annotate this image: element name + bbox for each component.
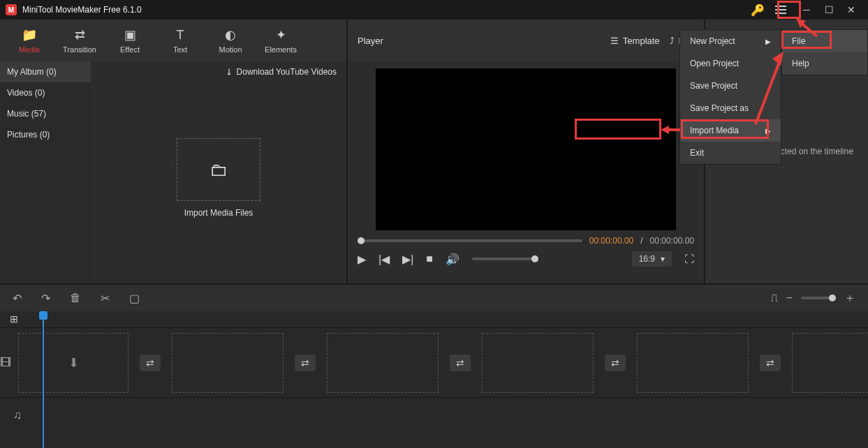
menu-file[interactable]: File — [782, 30, 867, 52]
play-button[interactable]: ▶ — [358, 253, 366, 266]
cloud-download-icon: ⤓ — [226, 67, 233, 77]
chevron-right-icon: ▶ — [765, 38, 771, 45]
menu-help[interactable]: Help — [782, 52, 867, 75]
chevron-right-icon: ▶ — [765, 127, 771, 135]
clip-slot[interactable]: ⬇ — [18, 333, 128, 393]
tab-text-label: Text — [173, 45, 187, 54]
text-icon: T — [177, 28, 184, 43]
volume-slider[interactable] — [472, 257, 535, 260]
menu-exit[interactable]: Exit — [680, 142, 781, 164]
crop-button[interactable]: ▢ — [129, 292, 140, 305]
clip-slot[interactable] — [637, 333, 749, 393]
seek-bar[interactable] — [358, 239, 582, 242]
zoom-thumb[interactable] — [829, 294, 836, 301]
maximize-button[interactable]: ☐ — [818, 0, 840, 20]
zoom-slider[interactable] — [801, 297, 836, 299]
title-bar: M MiniTool MovieMaker Free 6.1.0 🔑 ─ ☐ ✕ — [0, 0, 868, 20]
app-title: MiniTool MovieMaker Free 6.1.0 — [22, 5, 751, 15]
download-youtube-button[interactable]: ⤓ Download YouTube Videos — [91, 61, 346, 82]
menu-exit-label: Exit — [690, 148, 704, 158]
stop-button[interactable]: ■ — [426, 253, 433, 265]
zoom-in-button[interactable]: ＋ — [844, 291, 855, 306]
redo-button[interactable]: ↷ — [41, 292, 50, 305]
template-label: Template — [623, 36, 660, 46]
main-menu: New Project ▶ Open Project Save Project … — [679, 29, 781, 165]
prev-frame-button[interactable]: |◀ — [378, 253, 390, 266]
clip-slot[interactable] — [482, 333, 594, 393]
playhead-line — [43, 320, 44, 448]
audio-track: ♫ — [0, 398, 868, 433]
transition-slot[interactable]: ⇄ — [760, 354, 781, 371]
album-music[interactable]: Music (57) — [0, 103, 91, 124]
transition-slot[interactable]: ⇄ — [605, 354, 626, 371]
tab-elements[interactable]: ✦ Elements — [256, 27, 306, 54]
split-button[interactable]: ✂ — [101, 292, 110, 305]
close-button[interactable]: ✕ — [840, 0, 862, 20]
delete-button[interactable]: 🗑 — [70, 292, 81, 304]
tab-motion[interactable]: ◐ Motion — [205, 27, 256, 54]
transition-icon: ⇄ — [75, 27, 85, 43]
current-time: 00:00:00.00 — [589, 236, 633, 246]
template-icon: ☰ — [610, 36, 619, 46]
asset-tabs: 📁 Media ⇄ Transition ▣ Effect T Text ◐ M… — [0, 20, 346, 61]
download-youtube-label: Download YouTube Videos — [237, 67, 337, 77]
duration: 00:00:00.00 — [650, 236, 694, 246]
import-media-dropzone[interactable]: 🗀 — [177, 138, 260, 201]
undo-button[interactable]: ↶ — [13, 292, 22, 305]
volume-icon[interactable]: 🔊 — [446, 253, 459, 266]
menu-save-project[interactable]: Save Project — [680, 75, 781, 97]
import-media-label: Import Media Files — [91, 208, 346, 218]
tab-media[interactable]: 📁 Media — [4, 27, 54, 54]
seek-thumb[interactable] — [358, 237, 365, 244]
menu-import-media-label: Import Media — [690, 126, 739, 135]
volume-thumb[interactable] — [531, 255, 538, 262]
aspect-ratio-select[interactable]: 16:9 ▾ — [632, 251, 672, 267]
transition-slot[interactable]: ⇄ — [140, 354, 161, 371]
menu-help-label: Help — [792, 59, 809, 68]
folder-icon: 🗀 — [209, 159, 228, 181]
menu-save-project-label: Save Project — [690, 81, 737, 91]
aspect-value: 16:9 — [639, 254, 655, 264]
playhead[interactable] — [39, 311, 47, 320]
zoom-out-button[interactable]: − — [786, 292, 793, 304]
transition-slot[interactable]: ⇄ — [450, 354, 471, 371]
hamburger-menu-button[interactable] — [769, 1, 793, 19]
menu-file-label: File — [792, 36, 805, 46]
menu-new-project[interactable]: New Project ▶ — [680, 30, 781, 52]
tab-media-label: Media — [19, 45, 40, 54]
album-my-album[interactable]: My Album (0) — [0, 61, 91, 82]
folder-icon: 📁 — [22, 27, 37, 43]
timeline: ⊞ 🎞 ⬇ ⇄ ⇄ ⇄ ⇄ ⇄ ♫ — [0, 311, 868, 448]
menu-open-project[interactable]: Open Project — [680, 52, 781, 75]
menu-import-media[interactable]: Import Media ▶ — [680, 119, 781, 142]
player-panel: Player ☰ Template ⤴ Exp 00:00:00.00 / 00… — [348, 20, 704, 283]
clip-slot[interactable] — [792, 333, 868, 393]
menu-save-project-as[interactable]: Save Project as — [680, 97, 781, 119]
album-videos[interactable]: Videos (0) — [0, 82, 91, 103]
video-preview — [376, 68, 676, 230]
video-track-icon: 🎞 — [0, 357, 11, 369]
transition-slot[interactable]: ⇄ — [295, 354, 316, 371]
tab-transition[interactable]: ⇄ Transition — [54, 27, 105, 54]
video-track: 🎞 ⬇ ⇄ ⇄ ⇄ ⇄ ⇄ — [0, 328, 868, 398]
download-icon: ⬇ — [68, 355, 79, 371]
export-icon: ⤴ — [670, 36, 675, 46]
menu-open-project-label: Open Project — [690, 59, 739, 68]
clip-slot[interactable] — [172, 333, 284, 393]
snap-button[interactable]: ⎍ — [771, 292, 778, 304]
template-button[interactable]: ☰ Template — [610, 36, 660, 46]
media-panel: 📁 Media ⇄ Transition ▣ Effect T Text ◐ M… — [0, 20, 348, 283]
tab-transition-label: Transition — [63, 45, 96, 54]
album-pictures[interactable]: Pictures (0) — [0, 124, 91, 145]
clip-slot[interactable] — [327, 333, 439, 393]
timeline-ruler[interactable]: ⊞ — [0, 311, 868, 328]
tab-text[interactable]: T Text — [155, 28, 205, 54]
tab-effect[interactable]: ▣ Effect — [105, 27, 155, 54]
add-track-button[interactable]: ⊞ — [10, 313, 18, 324]
license-key-icon[interactable]: 🔑 — [751, 3, 765, 17]
minimize-button[interactable]: ─ — [795, 0, 818, 20]
effect-icon: ▣ — [124, 27, 136, 43]
next-frame-button[interactable]: ▶| — [402, 253, 413, 266]
fullscreen-button[interactable]: ⛶ — [684, 253, 694, 264]
album-list: My Album (0) Videos (0) Music (57) Pictu… — [0, 61, 91, 283]
